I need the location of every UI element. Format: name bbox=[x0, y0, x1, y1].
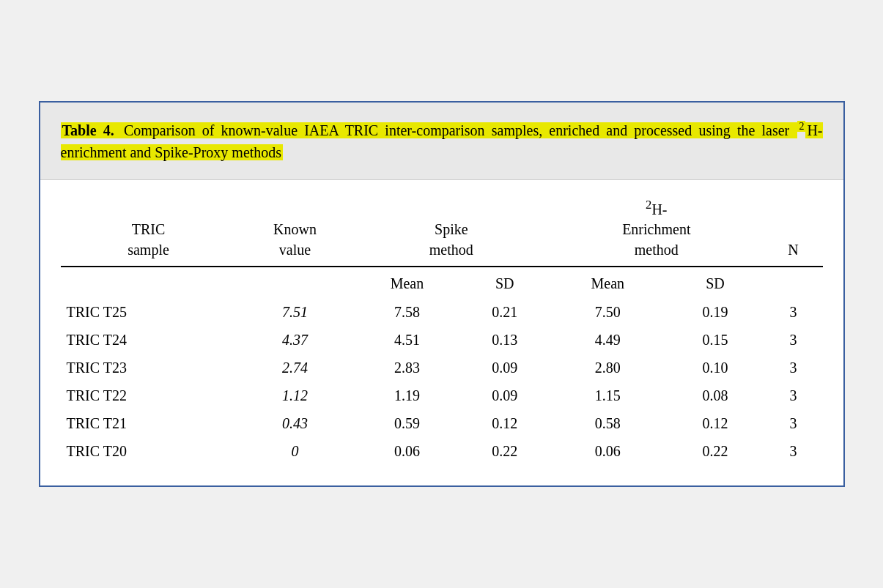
col-enrichment-header: 2H-Enrichmentmethod bbox=[549, 187, 764, 267]
cell-spike-mean: 1.19 bbox=[354, 382, 461, 409]
caption-text: Table 4. Comparison of known-value IAEA … bbox=[61, 119, 823, 163]
cell-n: 3 bbox=[764, 298, 822, 326]
table-row: TRIC T232.742.830.092.800.103 bbox=[61, 354, 823, 382]
table-area: TRIC sample Known value Spike method 2H-… bbox=[40, 180, 843, 486]
col-tric-header: TRIC sample bbox=[61, 187, 237, 267]
cell-sample: TRIC T22 bbox=[61, 382, 237, 409]
table-subheader-row: Mean SD Mean SD bbox=[61, 267, 823, 298]
cell-enrich-mean: 0.06 bbox=[549, 437, 666, 465]
cell-sample: TRIC T24 bbox=[61, 326, 237, 354]
table-row: TRIC T221.121.190.091.150.083 bbox=[61, 382, 823, 409]
cell-n: 3 bbox=[764, 382, 822, 409]
col-spike-header: Spike method bbox=[354, 187, 550, 267]
cell-enrich-mean: 2.80 bbox=[549, 354, 666, 382]
cell-n: 3 bbox=[764, 354, 822, 382]
caption-superscript: 2 bbox=[797, 121, 805, 132]
cell-known: 7.51 bbox=[237, 298, 354, 326]
cell-enrich-sd: 0.10 bbox=[667, 354, 764, 382]
cell-spike-mean: 2.83 bbox=[354, 354, 461, 382]
cell-sample: TRIC T21 bbox=[61, 409, 237, 437]
cell-known: 0 bbox=[237, 437, 354, 465]
cell-enrich-mean: 1.15 bbox=[549, 382, 666, 409]
enrichment-superscript: 2 bbox=[646, 198, 651, 212]
table-label: Table 4. bbox=[61, 122, 116, 138]
table-row: TRIC T210.430.590.120.580.123 bbox=[61, 409, 823, 437]
cell-spike-sd: 0.12 bbox=[460, 409, 549, 437]
table-card: Table 4. Comparison of known-value IAEA … bbox=[39, 101, 845, 487]
cell-spike-mean: 0.59 bbox=[354, 409, 461, 437]
cell-spike-mean: 7.58 bbox=[354, 298, 461, 326]
cell-enrich-sd: 0.12 bbox=[667, 409, 764, 437]
cell-n: 3 bbox=[764, 409, 822, 437]
cell-spike-sd: 0.13 bbox=[460, 326, 549, 354]
page-container: Table 4. Comparison of known-value IAEA … bbox=[0, 0, 883, 588]
caption-box: Table 4. Comparison of known-value IAEA … bbox=[40, 103, 843, 180]
cell-spike-mean: 0.06 bbox=[354, 437, 461, 465]
col-n-header: N bbox=[764, 187, 822, 267]
data-table: TRIC sample Known value Spike method 2H-… bbox=[61, 187, 823, 466]
col-known-header: Known value bbox=[237, 187, 354, 267]
cell-enrich-sd: 0.15 bbox=[667, 326, 764, 354]
cell-enrich-sd: 0.08 bbox=[667, 382, 764, 409]
table-row: TRIC T244.374.510.134.490.153 bbox=[61, 326, 823, 354]
cell-spike-sd: 0.21 bbox=[460, 298, 549, 326]
subheader-enrich-sd: SD bbox=[667, 267, 764, 298]
cell-spike-sd: 0.09 bbox=[460, 382, 549, 409]
caption-main-text: Comparison of known-value IAEA TRIC inte… bbox=[116, 122, 798, 138]
cell-enrich-mean: 0.58 bbox=[549, 409, 666, 437]
subheader-spike-mean: Mean bbox=[354, 267, 461, 298]
subheader-enrich-mean: Mean bbox=[549, 267, 666, 298]
cell-known: 4.37 bbox=[237, 326, 354, 354]
cell-enrich-sd: 0.19 bbox=[667, 298, 764, 326]
cell-enrich-sd: 0.22 bbox=[667, 437, 764, 465]
cell-known: 1.12 bbox=[237, 382, 354, 409]
cell-sample: TRIC T23 bbox=[61, 354, 237, 382]
table-row: TRIC T257.517.580.217.500.193 bbox=[61, 298, 823, 326]
cell-spike-sd: 0.09 bbox=[460, 354, 549, 382]
table-body: TRIC T257.517.580.217.500.193TRIC T244.3… bbox=[61, 298, 823, 465]
cell-n: 3 bbox=[764, 326, 822, 354]
cell-spike-sd: 0.22 bbox=[460, 437, 549, 465]
cell-enrich-mean: 7.50 bbox=[549, 298, 666, 326]
cell-sample: TRIC T25 bbox=[61, 298, 237, 326]
subheader-empty-3 bbox=[764, 267, 822, 298]
cell-enrich-mean: 4.49 bbox=[549, 326, 666, 354]
cell-n: 3 bbox=[764, 437, 822, 465]
table-header-row: TRIC sample Known value Spike method 2H-… bbox=[61, 187, 823, 267]
subheader-spike-sd: SD bbox=[460, 267, 549, 298]
cell-sample: TRIC T20 bbox=[61, 437, 237, 465]
subheader-empty-2 bbox=[237, 267, 354, 298]
table-row: TRIC T2000.060.220.060.223 bbox=[61, 437, 823, 465]
cell-known: 2.74 bbox=[237, 354, 354, 382]
subheader-empty-1 bbox=[61, 267, 237, 298]
cell-known: 0.43 bbox=[237, 409, 354, 437]
cell-spike-mean: 4.51 bbox=[354, 326, 461, 354]
